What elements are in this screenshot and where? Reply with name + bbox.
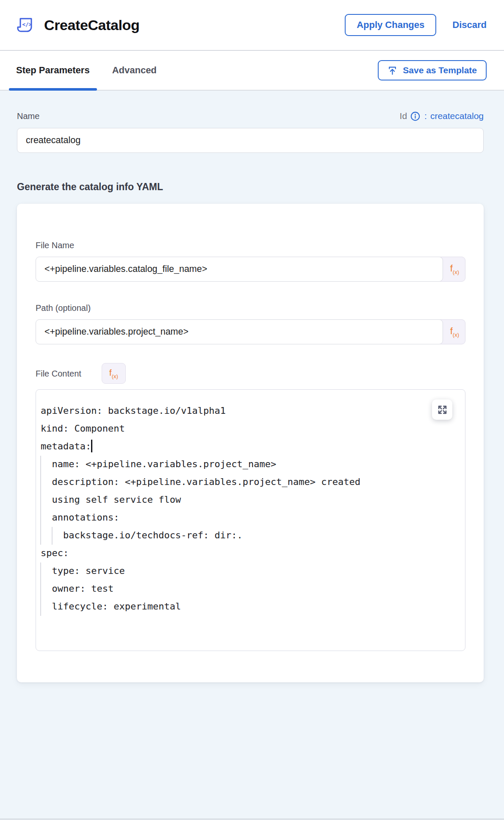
apply-changes-button[interactable]: Apply Changes [345, 14, 436, 36]
fx-icon: f(x) [109, 368, 118, 379]
indent-guide [40, 562, 41, 616]
code-line: kind: Component [41, 420, 457, 438]
script-code-icon: </> [15, 15, 35, 35]
file-content-editor[interactable]: apiVersion: backstage.io/v1alpha1kind: C… [36, 389, 465, 651]
code-line: backstage.io/techdocs-ref: dir:. [41, 526, 457, 544]
info-icon[interactable] [410, 111, 420, 121]
section-heading: Generate the catalog info YAML [17, 181, 484, 193]
step-parameters-panel: Name Id : createcatalog Generate the cat… [0, 91, 504, 818]
code-line: using self service flow [41, 491, 457, 509]
fx-icon: f(x) [450, 327, 459, 337]
code-content: apiVersion: backstage.io/v1alpha1kind: C… [36, 390, 465, 615]
indent-guide [52, 527, 53, 545]
step-id-value[interactable]: createcatalog [430, 111, 484, 121]
code-line: metadata: [41, 438, 457, 455]
tab-advanced-label: Advanced [112, 65, 157, 76]
id-separator: : [424, 111, 427, 121]
file-content-fx-button[interactable]: f(x) [102, 363, 126, 384]
step-config-header: </> CreateCatalog Apply Changes Discard [0, 0, 504, 51]
indent-guide [40, 456, 41, 545]
code-line: owner: test [41, 580, 457, 598]
svg-text:</>: </> [22, 21, 32, 28]
code-line: type: service [41, 562, 457, 580]
code-line: apiVersion: backstage.io/v1alpha1 [41, 402, 457, 420]
code-line: lifecycle: experimental [41, 598, 457, 615]
save-as-template-button[interactable]: Save as Template [378, 60, 487, 80]
tab-step-parameters-label: Step Parameters [16, 65, 90, 76]
fx-icon: f(x) [450, 264, 459, 274]
file-name-label: File Name [36, 240, 465, 250]
page-title: CreateCatalog [44, 17, 139, 33]
text-cursor [91, 440, 92, 452]
name-label: Name [17, 111, 39, 121]
id-label: Id [400, 111, 407, 121]
tab-step-parameters[interactable]: Step Parameters [9, 51, 97, 90]
path-label: Path (optional) [36, 303, 465, 313]
code-line: annotations: [41, 509, 457, 526]
name-input[interactable] [17, 128, 484, 153]
tab-advanced[interactable]: Advanced [105, 51, 164, 90]
file-name-input[interactable] [36, 257, 443, 282]
step-id-group: Id : createcatalog [400, 111, 484, 121]
tab-bar: Step Parameters Advanced Save as Templat… [0, 51, 504, 91]
step-fields-card: File Name f(x) Path (optional) f(x) File… [17, 204, 484, 682]
code-line: description: <+pipeline.variables.projec… [41, 473, 457, 491]
code-line: spec: [41, 544, 457, 562]
expand-arrows-icon [437, 404, 448, 416]
discard-button[interactable]: Discard [452, 19, 487, 30]
file-content-label: File Content [36, 368, 81, 379]
save-as-template-label: Save as Template [403, 65, 477, 75]
path-input[interactable] [36, 319, 443, 344]
expand-editor-button[interactable] [432, 399, 452, 420]
upload-icon [388, 66, 397, 75]
code-line: name: <+pipeline.variables.project_name> [41, 455, 457, 473]
bottom-edge [0, 818, 504, 820]
